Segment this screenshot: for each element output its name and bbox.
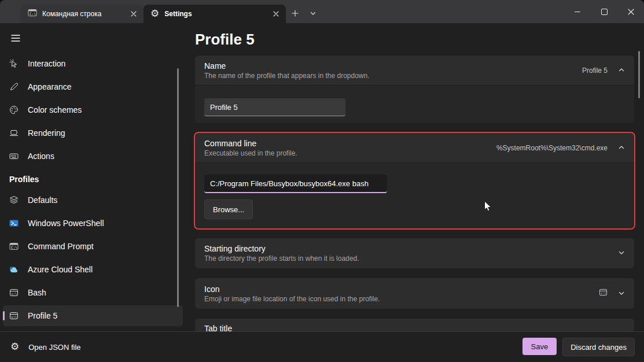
page-title: Profile 5: [195, 28, 634, 51]
setting-card-name-body: [195, 85, 634, 123]
titlebar: C:\ Командная строка ⚙ Settings: [0, 0, 644, 23]
sidebar-item-label: Azure Cloud Shell: [28, 265, 93, 274]
settings-sidebar: Interaction Appearance Color schemes Ren…: [0, 23, 186, 331]
setting-card-tab-title-header[interactable]: Tab title: [195, 319, 634, 331]
setting-description: Executable used in the profile.: [204, 149, 297, 157]
sidebar-item-label: Bash: [28, 288, 46, 297]
terminal-outline-icon: c:\: [9, 288, 19, 297]
command-line-input[interactable]: [204, 175, 387, 193]
chevron-up-icon: [618, 65, 625, 76]
appearance-icon: [9, 82, 19, 91]
setting-value: Profile 5: [582, 67, 608, 75]
setting-description: Emoji or image file location of the icon…: [204, 295, 380, 303]
powershell-icon: [9, 219, 19, 228]
svg-text:c:\: c:\: [12, 315, 17, 319]
setting-card-command-line-header[interactable]: Command line Executable used in the prof…: [195, 133, 634, 162]
setting-card-icon-header[interactable]: Icon Emoji or image file location of the…: [195, 278, 634, 309]
setting-description: The directory the profile starts in when…: [204, 254, 359, 263]
setting-title: Command line: [204, 139, 297, 148]
minimize-button[interactable]: [564, 0, 591, 23]
sidebar-item-appearance[interactable]: Appearance: [3, 76, 183, 97]
save-button[interactable]: Save: [522, 338, 557, 355]
sidebar-item-interaction[interactable]: Interaction: [3, 53, 183, 74]
profile-name-input[interactable]: [204, 98, 345, 116]
maximize-button[interactable]: [591, 0, 617, 23]
setting-card-tab-title: Tab title: [195, 319, 634, 331]
sidebar-item-actions[interactable]: Actions: [3, 146, 183, 167]
sidebar-item-azure-cloud-shell[interactable]: Azure Cloud Shell: [3, 259, 183, 280]
sidebar-item-label: Rendering: [28, 128, 65, 138]
svg-text:C:\: C:\: [11, 245, 17, 249]
sidebar-item-label: Defaults: [28, 195, 57, 205]
sidebar-item-label: Command Prompt: [28, 242, 94, 251]
sidebar-item-command-prompt[interactable]: C:\ Command Prompt: [3, 236, 183, 257]
svg-text:c:\: c:\: [12, 292, 17, 295]
sidebar-item-label: Actions: [28, 152, 54, 161]
setting-title: Tab title: [204, 324, 232, 331]
rendering-icon: [9, 128, 19, 138]
actions-icon: [9, 152, 19, 161]
profile-icon-preview: c:\: [599, 288, 608, 299]
footer-bar: ⚙ Open JSON file Save Discard changes: [0, 331, 644, 362]
sidebar-item-label: Appearance: [28, 82, 72, 91]
tab-dropdown-button[interactable]: [305, 5, 321, 22]
profiles-section-header: Profiles: [9, 175, 176, 184]
close-button[interactable]: [617, 0, 644, 23]
setting-card-starting-directory: Starting directory The directory the pro…: [195, 238, 634, 268]
tab-close-icon[interactable]: [270, 8, 282, 20]
sidebar-item-windows-powershell[interactable]: Windows PowerShell: [3, 213, 183, 234]
browse-button[interactable]: Browse...: [204, 200, 253, 219]
tab-command-prompt[interactable]: C:\ Командная строка: [21, 5, 143, 23]
gear-icon: ⚙: [10, 342, 19, 352]
sidebar-item-bash[interactable]: c:\ Bash: [3, 282, 183, 303]
color-schemes-icon: [9, 105, 19, 114]
chevron-up-icon: [618, 143, 625, 153]
open-json-file-label: Open JSON file: [28, 343, 80, 352]
tab-close-icon[interactable]: [127, 8, 140, 20]
tab-title: Settings: [164, 10, 264, 18]
chevron-down-icon: [618, 248, 625, 258]
tab-settings[interactable]: ⚙ Settings: [143, 5, 286, 23]
settings-content: Profile 5 Name The name of the profile t…: [186, 23, 644, 331]
new-tab-button[interactable]: [287, 5, 303, 22]
sidebar-item-defaults[interactable]: Defaults: [3, 190, 183, 210]
layers-icon: [9, 195, 19, 205]
sidebar-item-rendering[interactable]: Rendering: [3, 123, 183, 143]
discard-changes-button[interactable]: Discard changes: [562, 338, 635, 356]
sidebar-item-profile-5[interactable]: c:\ Profile 5: [3, 305, 183, 326]
sidebar-scrollbar[interactable]: [177, 68, 179, 307]
terminal-outline-icon: c:\: [9, 311, 19, 320]
content-scrollbar[interactable]: [638, 51, 640, 98]
sidebar-item-label: Windows PowerShell: [28, 219, 104, 228]
open-json-file-button[interactable]: ⚙ Open JSON file: [9, 337, 82, 357]
setting-card-name-header[interactable]: Name The name of the profile that appear…: [195, 56, 634, 85]
sidebar-item-label: Interaction: [28, 59, 65, 68]
svg-text:C:\: C:\: [30, 12, 36, 16]
chevron-down-icon: [618, 289, 625, 299]
setting-card-icon: Icon Emoji or image file location of the…: [195, 278, 634, 309]
sidebar-nav: Interaction Appearance Color schemes Ren…: [0, 53, 186, 328]
interaction-icon: [9, 59, 19, 68]
setting-card-name: Name The name of the profile that appear…: [195, 56, 634, 123]
setting-card-starting-directory-header[interactable]: Starting directory The directory the pro…: [195, 238, 634, 268]
svg-text:c:\: c:\: [601, 291, 606, 295]
sidebar-item-color-schemes[interactable]: Color schemes: [3, 99, 183, 120]
gear-icon: ⚙: [150, 9, 159, 19]
setting-title: Icon: [204, 285, 380, 294]
sidebar-item-label: Profile 5: [28, 311, 57, 320]
terminal-settings-window: C:\ Командная строка ⚙ Settings: [0, 0, 644, 362]
cmd-icon: C:\: [9, 242, 19, 251]
menu-button[interactable]: [9, 32, 23, 45]
tab-title: Командная строка: [42, 10, 122, 18]
setting-card-command-line-body: Browse...: [195, 162, 634, 228]
cmd-icon: C:\: [28, 8, 37, 20]
setting-title: Name: [204, 61, 370, 71]
azure-cloud-icon: [9, 265, 19, 274]
setting-description: The name of the profile that appears in …: [204, 72, 370, 80]
window-controls: [564, 0, 644, 23]
setting-value: %SystemRoot%\System32\cmd.exe: [496, 144, 608, 152]
setting-title: Starting directory: [204, 244, 359, 253]
sidebar-item-label: Color schemes: [28, 105, 82, 114]
setting-card-command-line: Command line Executable used in the prof…: [195, 133, 634, 228]
